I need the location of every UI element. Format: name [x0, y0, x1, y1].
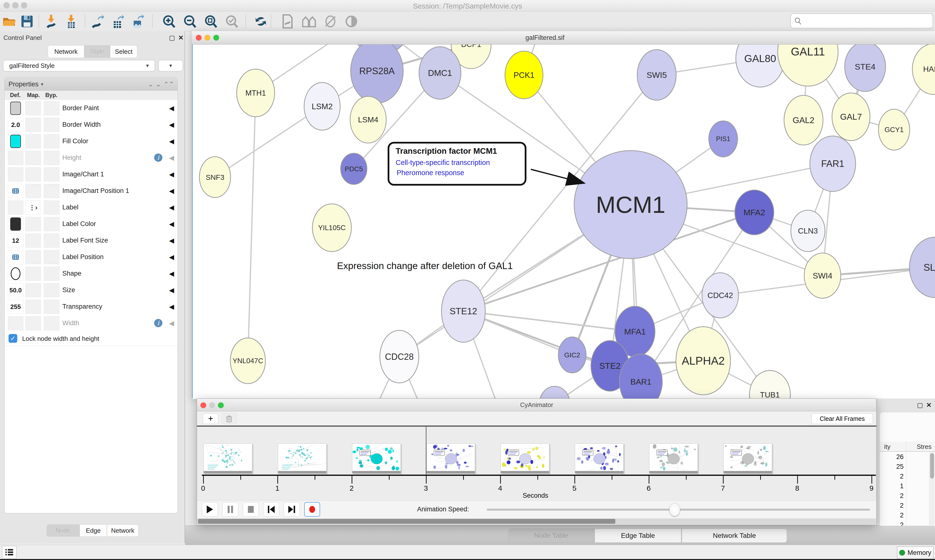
network-node-cdc28[interactable]: CDC28 [380, 330, 419, 383]
import-network-icon[interactable] [43, 14, 59, 29]
map-cell[interactable] [25, 234, 41, 248]
tab-network[interactable]: Network [107, 525, 139, 537]
export-network-icon[interactable] [89, 14, 105, 29]
scrollbar-thumb[interactable] [198, 519, 615, 524]
network-node-yil105c[interactable]: YIL105C [312, 204, 351, 252]
network-node-pdc5[interactable]: PDC5 [341, 153, 367, 185]
network-canvas[interactable]: DCP1RPS28ADMC1PCK1SWI5GAL80GAL11STE4HAP2… [192, 45, 935, 398]
info-icon[interactable]: i [154, 154, 162, 162]
network-node-mfa2[interactable]: MFA2 [735, 190, 774, 235]
def-cell[interactable]: 255 [8, 300, 23, 314]
clone-network-icon[interactable] [280, 14, 295, 29]
show-all-icon[interactable] [344, 14, 359, 29]
property-row-label-position[interactable]: Label Position◀ [5, 249, 177, 266]
network-node-dmc1[interactable]: DMC1 [419, 47, 461, 99]
property-row-image-chart-position-1[interactable]: Image/Chart Position 1◀ [5, 183, 177, 200]
expand-row-icon[interactable]: ◀ [169, 286, 174, 294]
expand-row-icon[interactable]: ◀ [169, 187, 174, 195]
expand-row-icon[interactable]: ◀ [169, 220, 174, 228]
network-node-gal2[interactable]: GAL2 [784, 95, 823, 145]
delete-frame-button[interactable] [221, 413, 237, 424]
byp-cell[interactable] [44, 267, 59, 281]
network-node-gal80[interactable]: GAL80 [736, 45, 785, 87]
table-scrollbar[interactable] [929, 452, 935, 525]
save-session-icon[interactable] [20, 14, 35, 29]
map-cell[interactable] [25, 300, 41, 314]
network-node-ynl047c[interactable]: YNL047C [230, 338, 265, 384]
network-node-gic2[interactable]: GIC2 [559, 337, 586, 373]
network-node-partial[interactable] [540, 386, 570, 398]
expand-row-icon[interactable]: ◀ [169, 319, 174, 327]
byp-cell[interactable] [44, 200, 59, 215]
expand-row-icon[interactable]: ◀ [169, 171, 174, 178]
table-cell-value[interactable]: 1 [882, 482, 904, 490]
column-header-stress[interactable]: Stres [917, 443, 932, 451]
byp-cell[interactable] [44, 134, 59, 148]
tab-network-table[interactable]: Network Table [682, 529, 787, 543]
def-cell[interactable] [8, 200, 23, 215]
byp-cell[interactable] [44, 300, 59, 314]
property-row-height[interactable]: Heighti◀ [5, 149, 177, 166]
timeline-scrollbar[interactable] [197, 518, 876, 524]
network-node-far1[interactable]: FAR1 [810, 136, 856, 191]
property-row-image-chart-1[interactable]: Image/Chart 1◀ [5, 166, 177, 183]
def-cell[interactable] [8, 134, 23, 148]
tab-node[interactable]: Node [46, 525, 80, 537]
expand-row-icon[interactable]: ◀ [169, 154, 174, 162]
def-cell[interactable] [8, 316, 23, 330]
float-panel-icon[interactable]: ▢ [169, 35, 175, 41]
network-node-ste4[interactable]: STE4 [845, 45, 886, 91]
export-image-icon[interactable] [130, 14, 145, 29]
search-input[interactable] [802, 17, 929, 25]
zoom-window-icon[interactable] [213, 35, 219, 41]
network-node-slt2[interactable]: SLT2 [909, 237, 935, 297]
network-node-mth1[interactable]: MTH1 [237, 69, 275, 117]
network-node-swi5[interactable]: SWI5 [637, 50, 676, 100]
network-node-rps28a[interactable]: RPS28A [350, 45, 403, 103]
record-button[interactable] [304, 502, 320, 517]
expand-all-icon[interactable]: ⌄⌄ [148, 80, 164, 88]
table-cell-value[interactable]: 2 [882, 521, 904, 526]
byp-cell[interactable] [44, 184, 59, 198]
tab-edge[interactable]: Edge [80, 525, 107, 537]
export-table-icon[interactable] [110, 14, 125, 29]
frame-thumbnail-0[interactable] [204, 443, 252, 474]
def-cell[interactable]: 2.0 [8, 118, 23, 132]
table-cell-value[interactable]: 2 [882, 492, 904, 500]
network-node-alpha2[interactable]: ALPHA2 [676, 327, 730, 395]
frame-thumbnail-7[interactable] [724, 443, 772, 474]
network-node-lsm4[interactable]: LSM4 [350, 96, 386, 143]
map-cell[interactable] [25, 184, 41, 198]
table-cell-value[interactable]: 2 [882, 502, 904, 509]
expand-row-icon[interactable]: ◀ [169, 253, 174, 261]
properties-header[interactable]: Properties ▾ ⌄⌄⌃⌃ [5, 78, 177, 91]
frame-thumbnail-3[interactable] [426, 443, 475, 474]
column-header-connectivity[interactable]: ity [884, 443, 890, 451]
close-panel-icon[interactable]: ✕ [926, 402, 932, 408]
zoom-fit-icon[interactable] [204, 14, 219, 29]
byp-cell[interactable] [44, 151, 59, 165]
tab-node-table[interactable]: Node Table [508, 529, 594, 543]
collapse-all-icon[interactable]: ⌃⌃ [164, 80, 174, 88]
network-node-gcy1[interactable]: GCY1 [878, 109, 910, 150]
import-table-icon[interactable] [63, 14, 79, 29]
network-node-snf3[interactable]: SNF3 [199, 157, 231, 197]
def-cell[interactable] [8, 151, 23, 165]
cyanimator-titlebar[interactable]: CyAnimator [197, 399, 876, 411]
minimize-window-icon[interactable] [205, 35, 210, 41]
network-node-gal7[interactable]: GAL7 [832, 93, 870, 141]
skip-end-button[interactable] [284, 502, 300, 517]
property-row-size[interactable]: 50.0Size◀ [5, 282, 177, 299]
byp-cell[interactable] [44, 118, 59, 132]
map-cell[interactable] [25, 118, 41, 132]
clear-all-frames-button[interactable]: Clear All Frames [812, 413, 873, 424]
tab-select[interactable]: Select [110, 45, 137, 58]
property-row-border-width[interactable]: 2.0Border Width◀ [5, 117, 177, 133]
def-cell[interactable] [8, 101, 23, 115]
property-row-label[interactable]: ⋮›Label◀ [5, 199, 177, 216]
network-node-swi4[interactable]: SWI4 [804, 253, 841, 298]
table-cell-value[interactable]: 26 [882, 453, 904, 461]
network-node-lsm2[interactable]: LSM2 [304, 83, 340, 130]
frame-thumbnail-4[interactable] [501, 443, 549, 474]
property-row-label-color[interactable]: Label Color◀ [5, 216, 177, 232]
